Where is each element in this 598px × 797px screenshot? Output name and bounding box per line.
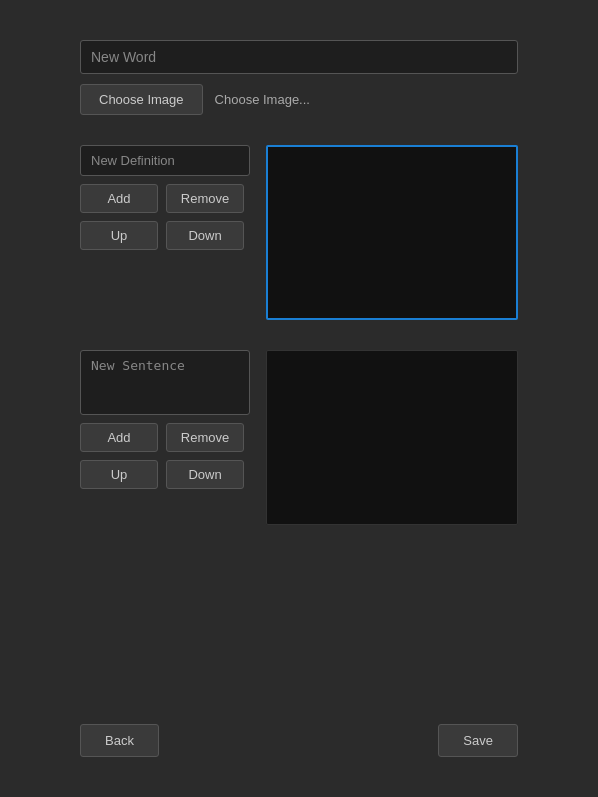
sentence-btn-row-1: Add Remove [80,423,250,452]
sentence-section: Add Remove Up Down [80,350,518,525]
choose-image-label: Choose Image... [215,92,310,107]
sentence-down-button[interactable]: Down [166,460,244,489]
bottom-row: Back Save [80,704,518,757]
definition-add-button[interactable]: Add [80,184,158,213]
definition-down-button[interactable]: Down [166,221,244,250]
main-container: Choose Image Choose Image... Add Remove … [0,0,598,797]
sentence-list-box[interactable] [266,350,518,525]
definition-section: Add Remove Up Down [80,145,518,320]
definition-btn-row-2: Up Down [80,221,250,250]
definition-up-button[interactable]: Up [80,221,158,250]
definition-remove-button[interactable]: Remove [166,184,244,213]
sentence-btn-row-2: Up Down [80,460,250,489]
choose-image-row: Choose Image Choose Image... [80,84,518,115]
choose-image-button[interactable]: Choose Image [80,84,203,115]
save-button[interactable]: Save [438,724,518,757]
back-button[interactable]: Back [80,724,159,757]
sentence-add-button[interactable]: Add [80,423,158,452]
sentence-left: Add Remove Up Down [80,350,250,525]
definition-left: Add Remove Up Down [80,145,250,320]
sentence-up-button[interactable]: Up [80,460,158,489]
new-sentence-input[interactable] [80,350,250,415]
new-definition-input[interactable] [80,145,250,176]
sentence-remove-button[interactable]: Remove [166,423,244,452]
definition-btn-row-1: Add Remove [80,184,250,213]
definition-list-box[interactable] [266,145,518,320]
new-word-input[interactable] [80,40,518,74]
